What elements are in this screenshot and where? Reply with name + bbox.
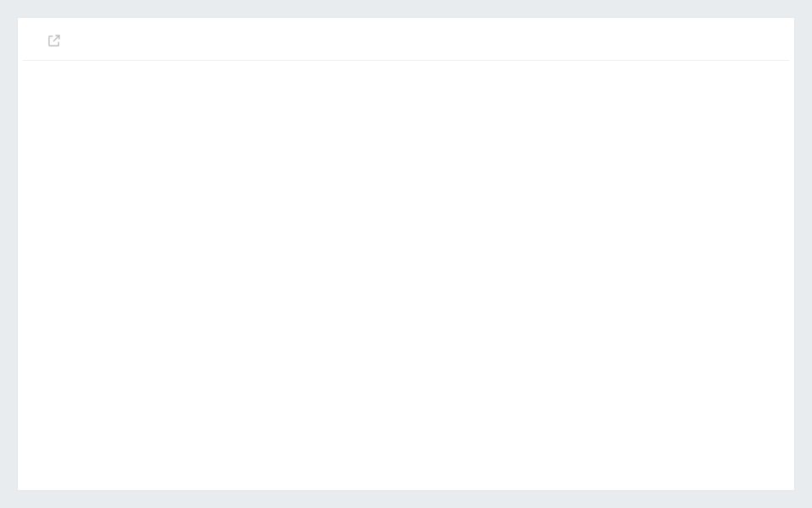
chart-area xyxy=(23,61,789,459)
external-link-icon[interactable] xyxy=(47,33,62,52)
chart-svg xyxy=(60,76,787,453)
chart-card xyxy=(17,17,795,491)
card-header xyxy=(23,33,789,61)
